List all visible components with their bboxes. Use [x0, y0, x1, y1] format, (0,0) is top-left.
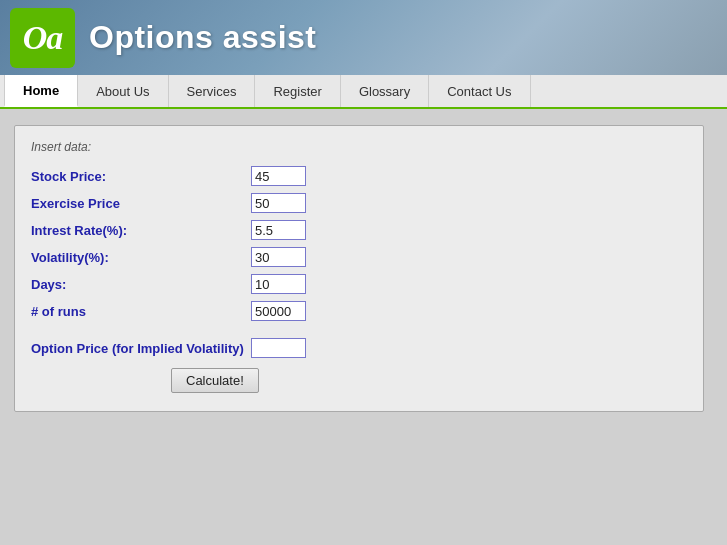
input-runs[interactable]: [251, 301, 306, 321]
form-legend: Insert data:: [31, 140, 687, 154]
logo-box: Oa: [10, 8, 75, 68]
header: Oa Options assist: [0, 0, 727, 75]
form-panel: Insert data: Stock Price:Exercise PriceI…: [14, 125, 704, 412]
fields-container: Stock Price:Exercise PriceIntrest Rate(%…: [31, 166, 687, 321]
field-row-volatility: Volatility(%):: [31, 247, 687, 267]
nav-item-contact-us[interactable]: Contact Us: [429, 75, 530, 107]
label-days: Days:: [31, 277, 251, 292]
nav-item-home[interactable]: Home: [4, 75, 78, 107]
input-stock-price[interactable]: [251, 166, 306, 186]
navbar: HomeAbout UsServicesRegisterGlossaryCont…: [0, 75, 727, 109]
implied-vol-input[interactable]: [251, 338, 306, 358]
implied-vol-row: Option Price (for Implied Volatility): [31, 338, 687, 358]
input-interest-rate[interactable]: [251, 220, 306, 240]
calculate-button[interactable]: Calculate!: [171, 368, 259, 393]
label-stock-price: Stock Price:: [31, 169, 251, 184]
site-title: Options assist: [89, 19, 317, 56]
main-content: Insert data: Stock Price:Exercise PriceI…: [0, 109, 727, 545]
label-exercise-price: Exercise Price: [31, 196, 251, 211]
input-volatility[interactable]: [251, 247, 306, 267]
nav-item-register[interactable]: Register: [255, 75, 340, 107]
field-row-exercise-price: Exercise Price: [31, 193, 687, 213]
logo-icon: Oa: [23, 19, 63, 57]
nav-item-glossary[interactable]: Glossary: [341, 75, 429, 107]
nav-item-about-us[interactable]: About Us: [78, 75, 168, 107]
field-row-interest-rate: Intrest Rate(%):: [31, 220, 687, 240]
field-row-days: Days:: [31, 274, 687, 294]
field-row-stock-price: Stock Price:: [31, 166, 687, 186]
input-days[interactable]: [251, 274, 306, 294]
nav-item-services[interactable]: Services: [169, 75, 256, 107]
implied-vol-label: Option Price (for Implied Volatility): [31, 341, 251, 356]
input-exercise-price[interactable]: [251, 193, 306, 213]
label-volatility: Volatility(%):: [31, 250, 251, 265]
label-runs: # of runs: [31, 304, 251, 319]
field-row-runs: # of runs: [31, 301, 687, 321]
label-interest-rate: Intrest Rate(%):: [31, 223, 251, 238]
